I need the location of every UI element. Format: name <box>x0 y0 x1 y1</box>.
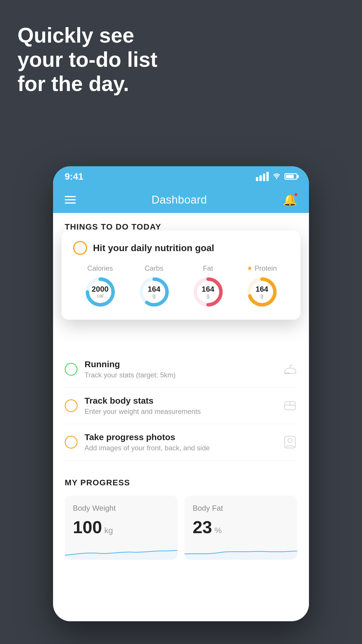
battery-icon <box>284 173 297 180</box>
carbs-label: Carbs <box>145 264 163 272</box>
fat-label: Fat <box>203 264 213 272</box>
svg-point-9 <box>287 372 289 374</box>
body-weight-unit: kg <box>104 526 113 535</box>
body-fat-value-row: 23 % <box>193 519 289 536</box>
todo-running[interactable]: Running Track your stats (target: 5km) <box>65 351 297 388</box>
svg-point-14 <box>288 438 292 442</box>
carbs-donut: 164 g <box>138 276 170 308</box>
todo-title-running: Running <box>85 359 276 369</box>
todo-subtitle-running: Track your stats (target: 5km) <box>85 371 276 379</box>
card-title: Hit your daily nutrition goal <box>93 243 214 253</box>
body-fat-unit: % <box>215 526 222 535</box>
body-fat-chart <box>184 539 297 560</box>
todo-circle-body-stats <box>65 399 78 412</box>
star-icon: ★ <box>247 265 253 272</box>
todo-title-body-stats: Track body stats <box>85 396 276 406</box>
todo-list: Running Track your stats (target: 5km) <box>53 351 309 461</box>
protein-value: 164 g <box>256 285 268 299</box>
bell-icon[interactable]: 🔔 <box>283 193 297 207</box>
todo-text-photos: Take progress photos Add images of your … <box>85 432 276 452</box>
calories-label: Calories <box>87 264 113 272</box>
calories-value: 2000 cal <box>92 285 109 299</box>
status-icons <box>256 172 297 181</box>
person-icon <box>283 435 297 449</box>
headline: Quickly see your to-do list for the day. <box>17 23 157 96</box>
wifi-icon <box>272 172 281 181</box>
todo-subtitle-photos: Add images of your front, back, and side <box>85 444 276 452</box>
fat-donut: 164 g <box>192 276 224 308</box>
progress-cards: Body Weight 100 kg Body Fat <box>65 496 297 560</box>
body-weight-title: Body Weight <box>73 504 169 513</box>
body-fat-card: Body Fat 23 % <box>184 496 297 560</box>
body-weight-chart <box>65 539 178 560</box>
svg-point-8 <box>285 372 287 374</box>
todo-text-running: Running Track your stats (target: 5km) <box>85 359 276 379</box>
todo-text-body-stats: Track body stats Enter your weight and m… <box>85 396 276 416</box>
nutrition-row: Calories 2000 cal Carbs <box>73 264 289 308</box>
app-header: Dashboard 🔔 <box>53 187 309 213</box>
calories-donut: 2000 cal <box>84 276 116 308</box>
todo-circle-photos <box>65 436 78 449</box>
carbs-value: 164 g <box>148 285 160 299</box>
nutrition-calories: Calories 2000 cal <box>84 264 116 308</box>
scale-icon <box>283 398 297 413</box>
todo-subtitle-body-stats: Enter your weight and measurements <box>85 407 276 416</box>
nutrition-fat: Fat 164 g <box>192 264 224 308</box>
body-weight-value-row: 100 kg <box>73 519 169 536</box>
notification-dot <box>294 192 298 197</box>
protein-label: ★ Protein <box>247 264 277 272</box>
card-circle-check <box>73 241 87 255</box>
nutrition-card: Hit your daily nutrition goal Calories 2… <box>61 230 301 320</box>
signal-icon <box>256 172 269 181</box>
todo-progress-photos[interactable]: Take progress photos Add images of your … <box>65 424 297 461</box>
status-time: 9:41 <box>65 171 83 182</box>
status-bar: 9:41 <box>53 166 309 187</box>
nutrition-protein: ★ Protein 164 g <box>246 264 278 308</box>
fat-value: 164 g <box>202 285 214 299</box>
header-title: Dashboard <box>152 194 207 206</box>
todo-body-stats[interactable]: Track body stats Enter your weight and m… <box>65 388 297 424</box>
phone-shell: 9:41 Dashboard 🔔 <box>53 166 309 621</box>
body-fat-title: Body Fat <box>193 504 289 513</box>
hamburger-menu[interactable] <box>65 196 76 204</box>
body-weight-card: Body Weight 100 kg <box>65 496 178 560</box>
card-title-row: Hit your daily nutrition goal <box>73 241 289 255</box>
progress-section: MY PROGRESS Body Weight 100 kg <box>53 461 309 560</box>
nutrition-carbs: Carbs 164 g <box>138 264 170 308</box>
protein-donut: 164 g <box>246 276 278 308</box>
todo-circle-running <box>65 363 78 376</box>
phone-content: THINGS TO DO TODAY Hit your daily nutrit… <box>53 213 309 621</box>
progress-heading: MY PROGRESS <box>65 478 297 487</box>
body-fat-value: 23 <box>193 519 212 536</box>
body-weight-value: 100 <box>73 519 102 536</box>
todo-title-photos: Take progress photos <box>85 432 276 442</box>
shoe-icon <box>283 362 297 377</box>
